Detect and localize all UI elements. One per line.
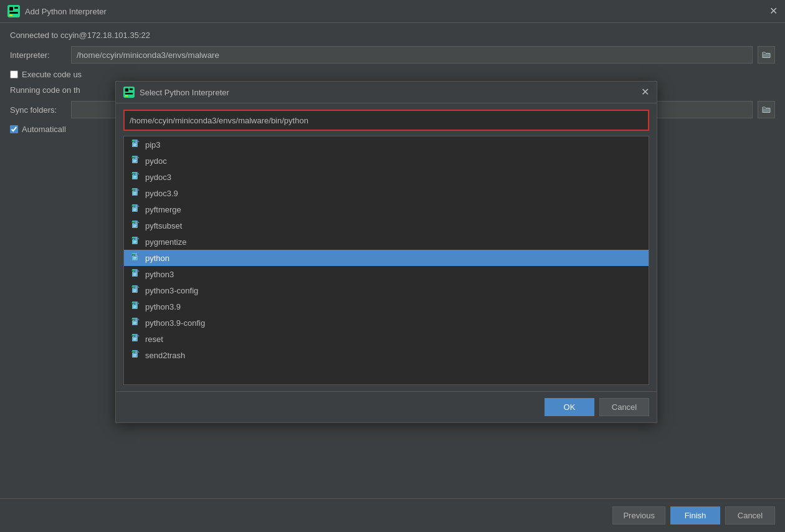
list-item[interactable]: PC pydoc3 <box>124 169 649 185</box>
file-name: python3 <box>145 270 174 279</box>
svg-rect-27 <box>133 176 136 177</box>
file-name: python3.9-config <box>145 318 205 328</box>
list-item[interactable]: PC pip3 <box>124 136 649 153</box>
select-dialog-titlebar: Select Python Interpreter ✕ <box>116 82 657 103</box>
svg-rect-91 <box>133 323 136 324</box>
svg-text:PC: PC <box>132 237 136 240</box>
previous-button[interactable]: Previous <box>612 506 665 525</box>
svg-rect-83 <box>133 306 136 306</box>
finish-button[interactable]: Finish <box>670 506 720 525</box>
svg-rect-90 <box>133 322 136 323</box>
list-item[interactable]: PC python3-config <box>124 282 649 298</box>
file-name: pyftmerge <box>145 205 181 214</box>
select-dialog-title: Select Python Interpreter <box>140 88 229 97</box>
svg-rect-63 <box>133 259 136 259</box>
select-close-button[interactable]: ✕ <box>641 87 649 97</box>
svg-rect-56 <box>133 242 136 243</box>
svg-rect-3 <box>9 12 18 14</box>
interpreter-row: Interpreter: <box>10 46 775 64</box>
svg-rect-34 <box>133 192 136 193</box>
svg-rect-76 <box>133 290 136 290</box>
folder-icon <box>762 51 771 59</box>
automatically-label: Automaticall <box>22 125 66 134</box>
svg-rect-42 <box>133 210 136 211</box>
file-name: pyftsubset <box>145 221 182 230</box>
file-icon: PC <box>131 188 141 198</box>
list-item[interactable]: PC python3.9 <box>124 298 649 315</box>
svg-marker-60 <box>137 253 140 255</box>
svg-rect-104 <box>133 354 136 355</box>
connected-row: Connected to ccyin@172.18.101.35:22 <box>10 31 775 40</box>
path-input[interactable] <box>125 111 648 130</box>
svg-rect-1 <box>9 7 13 11</box>
list-item[interactable]: PC pyftmerge <box>124 201 649 217</box>
list-item[interactable]: PC python3 <box>124 266 649 282</box>
list-item[interactable]: PC python3.9-config <box>124 315 649 331</box>
select-dialog-content: PC pip3 PC pydoc PC pydoc3 PC pydoc3.9 P… <box>116 103 657 391</box>
file-name: python3-config <box>145 286 198 295</box>
connected-label: Connected to ccyin@172.18.101.35:22 <box>10 31 150 40</box>
svg-text:PC: PC <box>132 156 136 159</box>
svg-rect-35 <box>133 194 136 194</box>
svg-rect-41 <box>133 209 136 209</box>
svg-rect-97 <box>133 338 136 339</box>
list-item[interactable]: PC python <box>124 250 649 266</box>
svg-text:PC: PC <box>132 173 136 176</box>
svg-rect-20 <box>133 160 136 161</box>
main-cancel-button[interactable]: Cancel <box>725 506 775 525</box>
list-item[interactable]: PC pydoc <box>124 153 649 169</box>
svg-rect-98 <box>133 340 136 340</box>
list-item[interactable]: PC reset <box>124 331 649 347</box>
interpreter-input[interactable] <box>71 46 753 64</box>
svg-marker-74 <box>137 285 140 288</box>
pycharm-icon <box>7 5 20 17</box>
file-icon: PC <box>131 334 141 344</box>
svg-rect-77 <box>133 291 136 292</box>
svg-marker-25 <box>137 172 140 174</box>
svg-rect-62 <box>133 257 136 258</box>
automatically-checkbox[interactable] <box>10 125 18 133</box>
execute-code-checkbox[interactable] <box>10 70 18 78</box>
svg-rect-13 <box>133 144 136 145</box>
file-icon: PC <box>131 318 141 328</box>
file-icon: PC <box>131 172 141 182</box>
svg-rect-5 <box>123 87 135 98</box>
svg-rect-7 <box>130 88 133 90</box>
svg-text:PC: PC <box>132 318 136 321</box>
main-dialog-title: Add Python Interpreter <box>25 7 107 16</box>
svg-text:PC: PC <box>132 270 136 273</box>
file-name: reset <box>145 335 163 344</box>
svg-marker-53 <box>137 237 140 239</box>
main-dialog-titlebar: Add Python Interpreter ✕ <box>0 0 785 23</box>
ok-button[interactable]: OK <box>545 398 594 416</box>
file-name: pygmentize <box>145 237 186 247</box>
select-titlebar-left: Select Python Interpreter <box>123 87 229 98</box>
file-icon: PC <box>131 204 141 214</box>
svg-rect-28 <box>133 178 136 178</box>
file-icon: PC <box>131 285 141 295</box>
folder-icon-2 <box>762 106 771 113</box>
file-icon: PC <box>131 269 141 279</box>
sync-folders-folder-button[interactable] <box>758 101 775 118</box>
svg-rect-49 <box>133 226 136 227</box>
select-cancel-button[interactable]: Cancel <box>599 398 649 416</box>
interpreter-label: Interpreter: <box>10 50 66 60</box>
svg-text:PC: PC <box>132 254 136 257</box>
svg-text:PC: PC <box>132 302 136 305</box>
sync-folders-label: Sync folders: <box>10 105 66 115</box>
svg-rect-21 <box>133 161 136 162</box>
main-close-button[interactable]: ✕ <box>769 6 778 16</box>
interpreter-folder-button[interactable] <box>758 46 775 64</box>
svg-text:PC: PC <box>132 189 136 192</box>
execute-code-label: Execute code us <box>22 70 82 79</box>
file-list[interactable]: PC pip3 PC pydoc PC pydoc3 PC pydoc3.9 P… <box>123 136 649 385</box>
file-icon: PC <box>131 221 141 230</box>
list-item[interactable]: PC pydoc3.9 <box>124 185 649 201</box>
path-input-wrapper <box>123 110 649 131</box>
list-item[interactable]: PC pyftsubset <box>124 217 649 234</box>
svg-rect-6 <box>125 88 128 92</box>
list-item[interactable]: PC send2trash <box>124 347 649 363</box>
svg-rect-4 <box>9 15 12 16</box>
list-item[interactable]: PC pygmentize <box>124 234 649 250</box>
svg-marker-39 <box>137 204 140 207</box>
